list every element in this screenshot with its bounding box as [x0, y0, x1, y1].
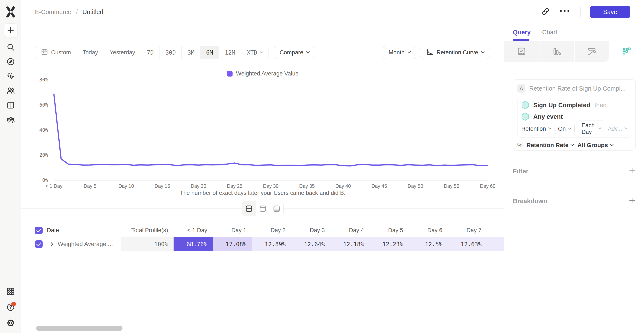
cohorts-nav-button[interactable]: [6, 115, 15, 124]
each-day-dropdown[interactable]: Each Day: [578, 120, 604, 137]
granularity-dropdown[interactable]: Month: [383, 46, 416, 59]
apps-button[interactable]: [6, 287, 15, 296]
chart-view-dropdown[interactable]: Retention Curve: [420, 46, 490, 59]
range-xtd[interactable]: XTD: [241, 46, 268, 59]
table-cell[interactable]: 12.23%: [370, 237, 409, 251]
create-new-button[interactable]: [4, 24, 18, 37]
breadcrumb-project[interactable]: E-Commerce: [35, 9, 71, 16]
advanced-dropdown[interactable]: Adv...: [608, 126, 627, 132]
column-header[interactable]: Day 2: [252, 227, 291, 234]
layout-bottom-icon: [273, 205, 280, 212]
column-header[interactable]: Day 6: [409, 227, 448, 234]
range-6m[interactable]: 6M: [200, 46, 219, 59]
metric-dropdown[interactable]: Retention Rate: [526, 142, 574, 149]
column-header[interactable]: Day 8: [487, 227, 504, 234]
range-label: Custom: [51, 49, 71, 56]
table-cell[interactable]: 100%: [122, 237, 174, 251]
on-dropdown[interactable]: On: [554, 124, 574, 134]
on-label: On: [558, 126, 566, 132]
column-header[interactable]: Day 5: [370, 227, 409, 234]
range-30d[interactable]: 30D: [160, 46, 182, 59]
help-button[interactable]: [6, 303, 15, 312]
column-header[interactable]: Day 4: [330, 227, 370, 234]
row-expand-chevron-icon[interactable]: [49, 242, 53, 246]
column-header[interactable]: Day 3: [291, 227, 330, 234]
retention-type-dropdown[interactable]: Retention: [521, 126, 551, 132]
table-cell[interactable]: 12.18%: [330, 237, 370, 251]
report-retention-button[interactable]: [609, 41, 644, 62]
event-b-row[interactable]: Any event: [521, 112, 627, 122]
events-nav-button[interactable]: [6, 72, 15, 81]
table-cell[interactable]: 12.64%: [291, 237, 330, 251]
row-label[interactable]: Weighted Average ...: [58, 241, 113, 247]
x-axis-tick-label: Day 25: [216, 183, 253, 189]
row-checkbox[interactable]: [35, 240, 42, 248]
report-toolbar: CustomTodayYesterday7D30D3M6M12MXTD Comp…: [35, 46, 490, 59]
event-a-name[interactable]: Sign Up Completed: [533, 102, 590, 109]
save-button[interactable]: Save: [590, 6, 630, 18]
groups-dropdown[interactable]: All Groups: [577, 142, 613, 149]
retention-type-label: Retention: [521, 126, 546, 132]
column-header[interactable]: Total Profile(s): [122, 227, 174, 234]
x-axis-tick-label: Day 30: [253, 183, 289, 189]
compare-button[interactable]: Compare: [274, 46, 315, 59]
settings-button[interactable]: [6, 318, 15, 327]
add-filter-button[interactable]: [628, 167, 636, 175]
retention-curve-icon: [426, 48, 433, 57]
table-row[interactable]: Weighted Average ...100%68.76%17.08%12.8…: [35, 237, 504, 251]
mixpanel-logo[interactable]: [6, 7, 16, 18]
tab-query[interactable]: Query: [513, 24, 531, 41]
range-today[interactable]: Today: [77, 46, 104, 59]
horizontal-scrollbar-thumb[interactable]: [36, 326, 122, 331]
range-label: 12M: [225, 49, 235, 56]
range-custom[interactable]: Custom: [35, 46, 77, 59]
column-header[interactable]: Day 1: [213, 227, 252, 234]
range-12m[interactable]: 12M: [219, 46, 241, 59]
select-all-checkbox[interactable]: [35, 227, 42, 234]
event-b-name[interactable]: Any event: [533, 113, 563, 120]
more-options-button[interactable]: •••: [560, 7, 571, 17]
explore-nav-button[interactable]: [6, 57, 15, 66]
link-icon: [541, 7, 550, 16]
range-yesterday[interactable]: Yesterday: [104, 46, 141, 59]
x-axis-tick-label: Day 40: [325, 183, 361, 189]
column-header-date[interactable]: Date: [47, 227, 59, 234]
filter-section: Filter: [513, 167, 636, 175]
x-axis-tick-label: Day 5: [72, 183, 108, 189]
report-funnels-button[interactable]: [540, 41, 574, 62]
event-a-row[interactable]: Sign Up Completed then: [521, 100, 627, 110]
report-type-switcher: [504, 41, 644, 62]
layout-chart-button[interactable]: [256, 201, 270, 216]
report-insights-button[interactable]: [504, 41, 540, 62]
table-cell[interactable]: 12.89%: [252, 237, 291, 251]
settings-gear-icon: [6, 319, 15, 327]
x-axis-tick-label: < 1 Day: [36, 183, 72, 189]
copy-link-button[interactable]: [541, 7, 550, 17]
layout-table-button[interactable]: [270, 201, 284, 216]
column-header[interactable]: < 1 Day: [174, 227, 213, 234]
step-title[interactable]: Retention Rate of Sign Up Compl...: [529, 85, 626, 92]
y-axis-tick-label: 80%: [30, 77, 48, 83]
boards-nav-button[interactable]: [6, 101, 15, 110]
layout-split-button[interactable]: [242, 201, 256, 216]
notification-dot: [11, 302, 16, 306]
table-cell[interactable]: 12.5%: [409, 237, 448, 251]
table-cell[interactable]: 68.76%: [174, 237, 213, 251]
percent-symbol: %: [517, 142, 522, 149]
tab-chart[interactable]: Chart: [542, 24, 557, 41]
table-cell[interactable]: 12.63%: [448, 237, 487, 251]
retention-line-chart[interactable]: [28, 76, 490, 182]
report-flows-button[interactable]: [574, 41, 609, 62]
table-cell[interactable]: 12.9%: [487, 237, 504, 251]
range-7d[interactable]: 7D: [141, 46, 160, 59]
table-cell[interactable]: 17.08%: [213, 237, 252, 251]
report-canvas: CustomTodayYesterday7D30D3M6M12MXTD Comp…: [21, 24, 504, 333]
range-3m[interactable]: 3M: [182, 46, 200, 59]
y-axis-tick-label: 0%: [30, 177, 48, 183]
add-breakdown-button[interactable]: [628, 197, 636, 205]
search-nav-button[interactable]: [6, 43, 15, 52]
column-header[interactable]: Day 7: [448, 227, 487, 234]
chevron-down-icon: [306, 50, 310, 54]
breadcrumb-report-title[interactable]: Untitled: [82, 9, 103, 16]
users-nav-button[interactable]: [6, 86, 15, 95]
